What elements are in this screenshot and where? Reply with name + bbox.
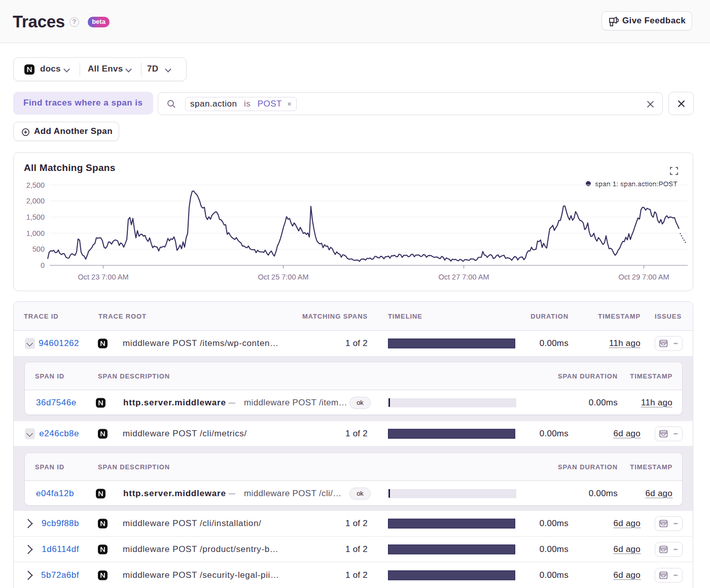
svg-text:2,000: 2,000	[26, 197, 45, 205]
svg-text:500: 500	[32, 245, 45, 253]
svg-text:Oct 23 7:00 AM: Oct 23 7:00 AM	[78, 273, 129, 281]
svg-text:Oct 27 7:00 AM: Oct 27 7:00 AM	[439, 273, 489, 281]
svg-text:2,500: 2,500	[26, 181, 45, 189]
svg-text:0: 0	[41, 261, 45, 269]
svg-text:1,500: 1,500	[26, 213, 45, 221]
svg-text:1,000: 1,000	[26, 229, 45, 237]
svg-text:Oct 29 7:00 AM: Oct 29 7:00 AM	[619, 273, 669, 281]
svg-text:Oct 25 7:00 AM: Oct 25 7:00 AM	[258, 273, 309, 281]
